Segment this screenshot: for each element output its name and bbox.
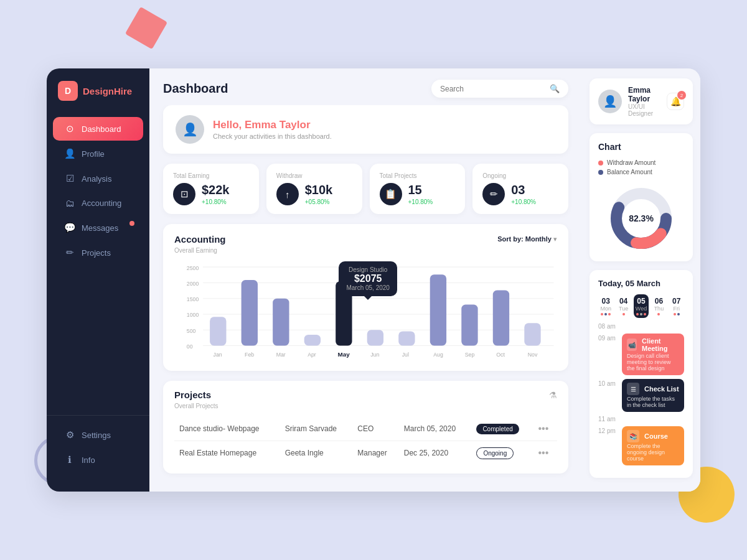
project-client-1: Sriram Sarvade (280, 417, 353, 441)
event-card-checklist[interactable]: ☰ Check List Complete the tasks in the c… (622, 379, 684, 412)
status-badge-completed: Completed (476, 424, 519, 434)
right-panel: 👤 Emma Taylor UX/UI Designer 🔔 2 Chart W… (582, 68, 700, 492)
event-title-meeting: Client Meeting (642, 337, 679, 352)
projects-subtitle: Overall Projects (174, 403, 557, 409)
search-input[interactable] (440, 85, 545, 93)
stat-label-withdraw: Withdraw (276, 172, 352, 179)
logo-icon: D (58, 81, 78, 101)
sidebar-label-messages: Messages (82, 223, 118, 233)
project-role-1: CEO (352, 417, 398, 441)
sidebar-item-accounting[interactable]: 🗂 Accounting (53, 192, 143, 215)
dot (677, 313, 680, 315)
projects-table: Dance studio- Webpage Sriram Sarvade CEO… (174, 417, 557, 465)
event-checklist: 10 am ☰ Check List Complete the tasks in… (598, 379, 684, 412)
sidebar-label-dashboard: Dashboard (82, 124, 121, 134)
cal-day-04[interactable]: 04 Tue (616, 294, 631, 318)
event-card-meeting[interactable]: 📹 Client Meeting Design call client meet… (622, 334, 684, 375)
accounting-icon: 🗂 (64, 198, 75, 208)
dot (644, 313, 646, 315)
donut-chart-title: Chart (598, 142, 684, 152)
stat-card-withdraw: Withdraw ↑ $10k +05.80% (266, 164, 362, 214)
donut-svg: 82.3% (607, 184, 675, 253)
sidebar-item-settings[interactable]: ⚙ Settings (53, 423, 143, 447)
sidebar-label-projects: Projects (82, 248, 111, 258)
stat-icon-ongoing: ✏ (482, 183, 505, 205)
sidebar-item-projects[interactable]: ✏ Projects (53, 241, 143, 264)
messages-icon: 💬 (64, 222, 75, 233)
accounting-subtitle: Overall Earning (174, 247, 557, 254)
accounting-section: Accounting Sort by: Monthly ▾ Overall Ea… (163, 224, 568, 371)
analysis-icon: ☑ (64, 173, 75, 184)
cal-day-07[interactable]: 07 Fri (669, 294, 684, 318)
stat-icon-withdraw: ↑ (276, 183, 299, 205)
sidebar-item-analysis[interactable]: ☑ Analysis (53, 167, 143, 190)
svg-text:1500: 1500 (187, 296, 199, 302)
project-status-2: Ongoing (471, 441, 533, 465)
sidebar-item-dashboard[interactable]: ⊙ Dashboard (53, 117, 143, 141)
svg-rect-18 (398, 331, 415, 345)
sort-by[interactable]: Sort by: Monthly ▾ (497, 235, 557, 243)
filter-icon[interactable]: ⚗ (549, 390, 557, 400)
event-card-course[interactable]: 📚 Course Complete the ongoing design cou… (622, 426, 684, 465)
dot (622, 313, 625, 315)
svg-rect-15 (304, 335, 321, 346)
sidebar-item-messages[interactable]: 💬 Messages (53, 216, 143, 240)
dot (604, 313, 607, 315)
sidebar-label-profile: Profile (82, 149, 105, 159)
svg-text:Nov: Nov (528, 352, 538, 358)
notification-button[interactable]: 🔔 2 (667, 93, 684, 110)
event-desc-meeting: Design call client meeting to review the… (627, 353, 679, 371)
legend-dot-balance (598, 170, 603, 175)
legend-item-withdraw: Withdraw Amount (598, 159, 684, 166)
stats-row: Total Earning ⊡ $22k +10.80% Withdraw ↑ (163, 164, 568, 214)
svg-text:Jun: Jun (370, 352, 379, 358)
user-role: UX/UI Designer (628, 103, 660, 117)
user-avatar: 👤 (598, 90, 622, 113)
settings-icon: ⚙ (64, 429, 75, 441)
svg-rect-20 (461, 305, 477, 346)
dot (601, 313, 603, 315)
deco-square (125, 7, 167, 49)
stat-value-earning: $22k (202, 183, 230, 197)
sidebar-item-profile[interactable]: 👤 Profile (53, 142, 143, 166)
event-desc-course: Complete the ongoing design course (627, 443, 679, 462)
cal-day-05[interactable]: 05 Wed (634, 294, 649, 318)
event-desc-checklist: Complete the tasks in the check list (627, 396, 679, 408)
project-role-2: Manager (352, 441, 398, 465)
status-badge-ongoing: Ongoing (476, 447, 514, 459)
chart-area: 2500 2000 1500 1000 500 00 (174, 261, 557, 361)
user-name: Emma Taylor (628, 86, 660, 103)
stat-card-total-projects: Total Projects 📋 15 +10.80% (370, 164, 466, 214)
stat-label-total-projects: Total Projects (380, 172, 456, 179)
app-container: D DesignHire ⊙ Dashboard 👤 Profile ☑ Ana… (47, 68, 700, 492)
header: Dashboard 🔍 (149, 68, 582, 105)
cal-day-06[interactable]: 06 Thu (651, 294, 666, 318)
row-menu-1[interactable]: ••• (538, 423, 548, 434)
donut-area: Withdraw Amount Balance Amount 82.3% (598, 159, 684, 253)
svg-text:Oct: Oct (496, 352, 505, 358)
page-title: Dashboard (163, 82, 228, 96)
legend-dot-withdraw (598, 161, 603, 166)
dot (636, 313, 639, 315)
stat-card-ongoing: Ongoing ✏ 03 +10.80% (472, 164, 568, 214)
stat-icon-earning: ⊡ (173, 183, 195, 205)
svg-text:Jul: Jul (402, 352, 409, 358)
svg-text:500: 500 (187, 328, 196, 334)
table-row: Dance studio- Webpage Sriram Sarvade CEO… (174, 417, 557, 441)
sidebar-bottom: ⚙ Settings ℹ Info (47, 415, 149, 479)
dashboard-icon: ⊙ (64, 123, 75, 134)
event-title-checklist: Check List (644, 385, 679, 393)
svg-text:Sep: Sep (465, 352, 475, 358)
stat-card-earning: Total Earning ⊡ $22k +10.80% (163, 164, 259, 214)
main-content: Dashboard 🔍 👤 Hello, Emma Taylor Check y… (149, 68, 582, 492)
cal-day-03[interactable]: 03 Mon (598, 294, 613, 318)
sidebar-item-info[interactable]: ℹ Info (53, 448, 143, 472)
stat-change-withdraw: +05.80% (305, 198, 333, 205)
dot (657, 313, 660, 315)
row-menu-2[interactable]: ••• (538, 447, 548, 458)
stat-change-ongoing: +10.80% (511, 198, 536, 205)
calendar-card: Today, 05 March 03 Mon 04 Tue (590, 270, 693, 478)
hello-text: Hello, Emma Taylor Check your activities… (213, 119, 332, 140)
project-date-1: March 05, 2020 (399, 417, 472, 441)
svg-text:00: 00 (187, 343, 193, 350)
